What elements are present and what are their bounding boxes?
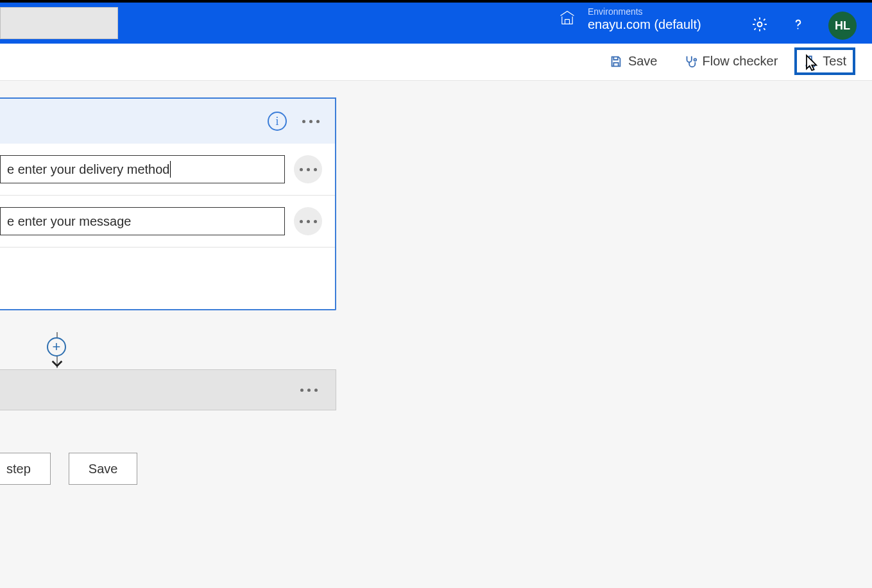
save-icon bbox=[609, 55, 623, 69]
svg-point-2 bbox=[694, 58, 696, 61]
input-row: e enter your message bbox=[0, 196, 335, 248]
message-input[interactable]: e enter your message bbox=[0, 207, 285, 235]
new-step-button[interactable]: step bbox=[0, 453, 51, 485]
app-header: Environments enayu.com (default) HL bbox=[0, 3, 872, 44]
delivery-method-input[interactable]: e enter your delivery method bbox=[0, 155, 285, 183]
flow-canvas: i e enter your delivery method e enter y… bbox=[0, 81, 872, 588]
field-menu-button[interactable] bbox=[294, 155, 322, 183]
card-menu-icon[interactable] bbox=[302, 120, 320, 123]
save-flow-button[interactable]: Save bbox=[69, 453, 138, 485]
card-header: i bbox=[0, 99, 335, 144]
input-row: e enter your delivery method bbox=[0, 144, 335, 196]
settings-icon[interactable] bbox=[751, 16, 768, 35]
field-menu-button[interactable] bbox=[294, 207, 322, 235]
search-input[interactable] bbox=[0, 7, 118, 39]
trigger-card[interactable]: i e enter your delivery method e enter y… bbox=[0, 97, 336, 310]
help-icon[interactable] bbox=[790, 16, 807, 35]
save-button[interactable]: Save bbox=[603, 50, 664, 72]
flow-checker-button[interactable]: Flow checker bbox=[677, 50, 785, 72]
environments-label: Environments bbox=[588, 6, 701, 17]
environment-picker[interactable]: Environments enayu.com (default) bbox=[558, 6, 701, 32]
environment-name: enayu.com (default) bbox=[588, 17, 701, 32]
flow-checker-label: Flow checker bbox=[703, 54, 778, 69]
avatar-initials: HL bbox=[835, 19, 850, 33]
card-menu-icon[interactable] bbox=[300, 389, 318, 392]
stethoscope-icon bbox=[683, 55, 697, 69]
test-label: Test bbox=[823, 54, 846, 69]
test-button[interactable]: Test bbox=[797, 50, 853, 72]
action-card-collapsed[interactable] bbox=[0, 369, 336, 410]
info-icon[interactable]: i bbox=[268, 112, 287, 131]
avatar[interactable]: HL bbox=[828, 12, 857, 40]
environment-icon bbox=[558, 9, 576, 29]
svg-point-1 bbox=[797, 28, 798, 29]
svg-point-0 bbox=[758, 22, 762, 27]
add-step-button[interactable]: + bbox=[47, 337, 66, 357]
command-bar: Save Flow checker Test bbox=[0, 44, 872, 81]
flask-icon bbox=[803, 55, 817, 69]
save-label: Save bbox=[628, 54, 658, 69]
